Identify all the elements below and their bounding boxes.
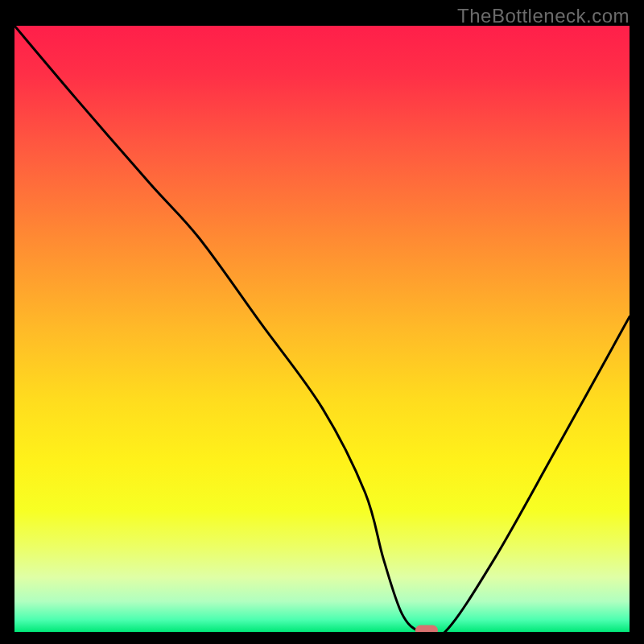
watermark-text: TheBottleneck.com — [457, 5, 630, 27]
chart-svg — [14, 26, 630, 632]
plot-area — [14, 26, 630, 632]
bottleneck-curve — [14, 26, 630, 632]
chart-frame: TheBottleneck.com — [0, 0, 644, 644]
minimum-marker — [415, 625, 438, 633]
